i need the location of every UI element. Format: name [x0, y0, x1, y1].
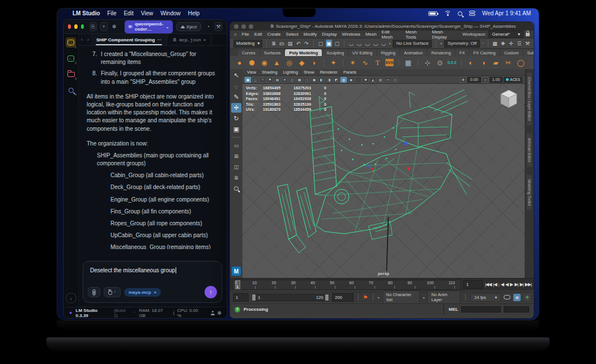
shadows-icon[interactable]: ◨: [326, 77, 332, 83]
mcp-server-pill[interactable]: maya-mcp ×: [124, 288, 161, 297]
quad-draw-icon[interactable]: ▰: [491, 58, 501, 67]
step-back-frame-button[interactable]: |: [499, 282, 499, 287]
panel-menu-show[interactable]: Show: [304, 70, 314, 75]
exposure-icon[interactable]: ✻: [460, 77, 466, 83]
multi-cut-icon[interactable]: ✂: [504, 58, 513, 67]
tab-chat[interactable]: SHIP Component Grouping ⋯: [91, 34, 167, 45]
gamma-icon[interactable]: ◑: [482, 77, 488, 83]
snap-point-icon[interactable]: ◡: [364, 40, 370, 47]
send-message-button[interactable]: ↑: [205, 286, 217, 298]
poly-plane-icon[interactable]: ◆: [297, 58, 306, 67]
menubar-clock[interactable]: Wed Apr 1 9:41 AM: [482, 10, 531, 16]
auto-keyframe-icon[interactable]: ◉: [513, 294, 521, 301]
lock-workspace-icon[interactable]: [526, 33, 530, 36]
lock-camera-icon[interactable]: ◻: [252, 77, 258, 83]
mel-input-field[interactable]: [461, 306, 501, 312]
panel-menu-view[interactable]: View: [247, 70, 256, 75]
panel-menu-panels[interactable]: Panels: [343, 70, 356, 75]
eject-model-button[interactable]: ⏏ Eject: [176, 22, 201, 31]
chevron-up-icon[interactable]: ⌃: [133, 311, 136, 315]
camera-attributes-icon[interactable]: ⌗: [259, 77, 266, 83]
menu-windows[interactable]: Windows: [342, 32, 360, 37]
poly-sphere-icon[interactable]: ●: [235, 58, 244, 67]
model-selector[interactable]: N qwen/qwen3-coder… ⌄: [125, 20, 173, 33]
select-camera-icon[interactable]: ▣: [245, 77, 251, 83]
outliner-layout-icon[interactable]: ≣: [231, 173, 241, 182]
gamma-field[interactable]: 1.00: [489, 77, 503, 83]
menu-set-dropdown[interactable]: Modeling▾: [233, 40, 262, 48]
bookmark-flag-icon[interactable]: ⚑: [363, 294, 368, 301]
view-cube[interactable]: [499, 88, 519, 110]
2d-pan-zoom-icon[interactable]: ✛: [282, 77, 288, 83]
shelf-tab-custom[interactable]: Custom: [500, 49, 523, 56]
tab-modeling-toolkit[interactable]: Modeling Toolkit: [527, 175, 532, 211]
chat-input-value[interactable]: Deselect the miscellaneous group: [90, 267, 175, 273]
new-chat-button[interactable]: +: [100, 22, 108, 31]
snap-curve-icon[interactable]: ◡: [356, 40, 362, 47]
poly-cone-icon[interactable]: ▲: [272, 58, 282, 67]
shelf-tab-fx[interactable]: FX: [455, 49, 469, 56]
redo-icon[interactable]: ↷: [304, 40, 309, 47]
menubar-item-help[interactable]: Help: [188, 10, 200, 16]
sweep-mesh-icon[interactable]: ✶: [348, 58, 357, 67]
snap-surface-icon[interactable]: ◡: [381, 40, 386, 47]
paint-select-tool-icon[interactable]: ✎: [231, 92, 241, 102]
character-set-dropdown[interactable]: No Character Set: [382, 290, 420, 304]
network-icon[interactable]: ◔: [205, 22, 211, 31]
live-surface-field[interactable]: No Live Surface: [393, 40, 432, 48]
poly-disc-icon[interactable]: ◗: [309, 58, 319, 67]
isolate-select-icon[interactable]: ◭: [370, 77, 376, 83]
camera-label[interactable]: persp: [378, 271, 389, 276]
tab-menu-icon[interactable]: ⋯: [157, 37, 161, 42]
user-account-icon[interactable]: [211, 311, 215, 315]
sidebar-toggle-icon[interactable]: ⎘: [90, 22, 97, 31]
sidebar-item-chat[interactable]: 1: [66, 37, 76, 48]
chat-settings-gear-icon[interactable]: ✻: [111, 22, 118, 31]
menu-edit-mesh[interactable]: Edit Mesh: [382, 29, 401, 40]
select-component-icon[interactable]: ▢: [334, 40, 340, 47]
wireframe-mode-icon[interactable]: ▦: [296, 77, 303, 83]
spotlight-search-icon[interactable]: [458, 11, 462, 16]
field-chart-icon[interactable]: ▥: [377, 77, 384, 83]
app-version[interactable]: LM Studio 0.3.39: [76, 308, 111, 318]
zoom-tool-icon[interactable]: [231, 183, 241, 193]
select-object-icon[interactable]: ▣: [326, 40, 331, 47]
playback-loop-icon[interactable]: [504, 295, 510, 299]
panel-menu-lighting[interactable]: Lighting: [283, 70, 298, 75]
shelf-tab-substance[interactable]: Substance: [523, 49, 534, 56]
rotate-tool-icon[interactable]: ↻: [231, 114, 241, 123]
animation-preferences-icon[interactable]: ✛: [523, 294, 531, 301]
time-slider[interactable]: 1 010 2030 4050 6070 8090 100110: [232, 280, 461, 290]
viewport-canvas[interactable]: Verts:16854495163752030 Edges:3380366832…: [242, 84, 525, 278]
render-settings-icon[interactable]: ▦: [492, 40, 497, 47]
wifi-icon[interactable]: [444, 11, 451, 16]
menu-display[interactable]: Display: [322, 32, 337, 37]
downloads-button[interactable]: ↓: [66, 293, 76, 303]
chevron-right-icon[interactable]: ›: [482, 41, 483, 45]
menubar-item-file[interactable]: File: [107, 10, 116, 16]
sidebar-item-discover[interactable]: 4: [66, 85, 76, 95]
sidebar-item-my-models[interactable]: 3: [66, 69, 76, 79]
play-forwards-button[interactable]: ▶: [510, 282, 513, 287]
step-forward-frame-button[interactable]: ▶|: [514, 282, 518, 287]
menu-edit[interactable]: Edit: [254, 32, 262, 37]
anim-layer-dropdown[interactable]: No Anim Layer: [427, 290, 461, 304]
sidebar-item-developer[interactable]: ›_ 2: [66, 53, 76, 63]
command-feedback-field[interactable]: [504, 306, 529, 312]
minimize-window-button[interactable]: [241, 24, 246, 29]
circularize-icon[interactable]: ◯: [516, 58, 526, 67]
shelf-tab-sculpting[interactable]: Sculpting: [322, 49, 348, 56]
step-back-frame-button[interactable]: ◀: [501, 282, 504, 287]
current-frame-field[interactable]: 1: [463, 280, 483, 289]
chevron-down-icon[interactable]: ▾: [389, 41, 390, 45]
exposure-field[interactable]: 0.00: [467, 77, 481, 83]
panel-menu-shading[interactable]: Shading: [262, 70, 278, 75]
mel-label[interactable]: MEL: [449, 307, 458, 312]
menu-mesh-display[interactable]: Mesh Display: [432, 29, 457, 40]
shelf-tab-surfaces[interactable]: Surfaces: [260, 49, 285, 56]
zoom-window-button[interactable]: [81, 24, 84, 29]
tab-mcp-json[interactable]: 🗎 mcp.json ×: [167, 34, 211, 45]
nav-back-icon[interactable]: ‹: [79, 37, 85, 42]
mcp-plugins-button[interactable]: ⌃: [104, 287, 121, 297]
oversca-icon[interactable]: ◫: [289, 77, 295, 83]
